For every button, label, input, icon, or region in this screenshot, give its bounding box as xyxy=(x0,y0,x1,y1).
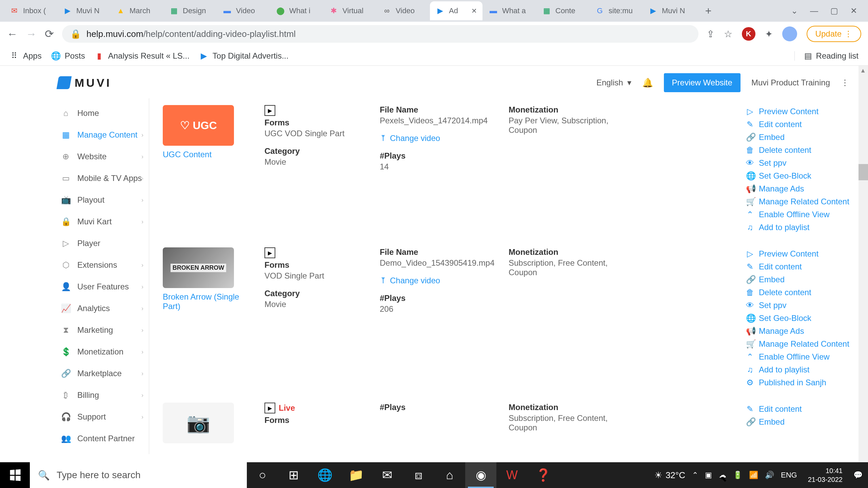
tray-volume-icon[interactable]: 🔊 xyxy=(765,471,774,480)
sidebar-item[interactable]: ⌂Home xyxy=(54,102,149,124)
action-link[interactable]: ▷Preview Content xyxy=(746,247,854,260)
bookmark-item[interactable]: ⠿Apps xyxy=(9,51,42,61)
browser-tab[interactable]: ∞Video xyxy=(377,1,429,20)
notifications-icon[interactable]: 🔔 xyxy=(642,78,653,88)
browser-tab[interactable]: ▶Muvi N xyxy=(643,1,695,20)
reload-button[interactable]: ⟳ xyxy=(45,27,54,40)
sidebar-item[interactable]: ▷Player xyxy=(54,232,149,254)
change-video-link[interactable]: ⤒Change video xyxy=(380,276,488,285)
wps-icon[interactable]: W xyxy=(496,462,528,488)
action-link[interactable]: 🛒Manage Related Content xyxy=(746,338,854,350)
browser-tab[interactable]: ▬What a xyxy=(483,1,536,20)
sidebar-item[interactable]: ▦Manage Content› xyxy=(54,124,149,146)
update-button[interactable]: Update ⋮ xyxy=(807,26,861,42)
sidebar-item[interactable]: ⊕Website› xyxy=(54,146,149,167)
sidebar-item[interactable]: 💲Monetization› xyxy=(54,341,149,363)
action-link[interactable]: 👁Set ppv xyxy=(746,299,854,312)
product-training-link[interactable]: Muvi Product Training xyxy=(751,78,830,87)
content-title-link[interactable]: Broken Arrow (Single Part) xyxy=(163,292,239,311)
browser-tab[interactable]: ▶Ad✕ xyxy=(430,1,482,20)
action-link[interactable]: 🔗Embed xyxy=(746,131,854,144)
extensions-icon[interactable]: ✦ xyxy=(765,28,773,40)
action-link[interactable]: ⚙Published in Sanjh xyxy=(746,376,854,389)
new-tab-button[interactable]: + xyxy=(700,3,716,19)
tray-battery-icon[interactable]: 🔋 xyxy=(733,471,742,480)
muvi-logo[interactable]: MUVI xyxy=(58,76,112,89)
action-link[interactable]: ⌃Enable Offline View xyxy=(746,208,854,221)
content-thumbnail[interactable]: BROKEN ARROW xyxy=(163,247,234,288)
action-link[interactable]: 🔗Embed xyxy=(746,273,854,286)
help-icon[interactable]: ❓ xyxy=(528,462,559,488)
file-explorer-icon[interactable]: 📁 xyxy=(340,462,372,488)
sidebar-item[interactable]: 👤User Features› xyxy=(54,276,149,298)
browser-tab[interactable]: ▲March xyxy=(111,1,163,20)
taskbar-clock[interactable]: 10:41 21-03-2022 xyxy=(804,466,847,484)
scroll-up-arrow-icon[interactable]: ▲ xyxy=(860,67,866,74)
sidebar-item[interactable]: 🔒Muvi Kart› xyxy=(54,211,149,232)
forward-button[interactable]: → xyxy=(26,28,37,40)
content-thumbnail[interactable]: 📷 xyxy=(163,403,234,443)
action-link[interactable]: 📢Manage Ads xyxy=(746,325,854,338)
mail-icon[interactable]: ✉ xyxy=(372,462,403,488)
cortana-icon[interactable]: ○ xyxy=(247,462,278,488)
action-link[interactable]: ✎Edit content xyxy=(746,118,854,131)
task-view-icon[interactable]: ⊞ xyxy=(278,462,309,488)
dropbox-icon[interactable]: ⧈ xyxy=(403,462,434,488)
address-bar[interactable]: 🔒 help.muvi.com/help/content/adding-vide… xyxy=(62,25,698,43)
reading-list-button[interactable]: ▤ Reading list xyxy=(794,51,859,61)
action-link[interactable]: 🌐Set Geo-Block xyxy=(746,312,854,325)
preview-website-button[interactable]: Preview Website xyxy=(664,73,741,92)
browser-tab[interactable]: Gsite:mu xyxy=(590,1,642,20)
browser-tab[interactable]: ▦Conte xyxy=(536,1,589,20)
bookmark-star-icon[interactable]: ☆ xyxy=(724,28,732,40)
action-link[interactable]: 🗑Delete content xyxy=(746,144,854,157)
browser-tab[interactable]: ✉Inbox ( xyxy=(4,1,57,20)
sidebar-item[interactable]: 🎧Support› xyxy=(54,406,149,428)
browser-tab[interactable]: ⬤What i xyxy=(270,1,323,20)
change-video-link[interactable]: ⤒Change video xyxy=(380,134,488,143)
action-link[interactable]: ♫Add to playlist xyxy=(746,221,854,234)
language-selector[interactable]: English ▾ xyxy=(596,78,631,87)
edge-icon[interactable]: 🌐 xyxy=(309,462,340,488)
back-button[interactable]: ← xyxy=(7,28,18,40)
sidebar-item[interactable]: 🔗Marketplace› xyxy=(54,363,149,384)
tray-chevron-icon[interactable]: ⌃ xyxy=(692,471,698,480)
action-center-icon[interactable]: 💬 xyxy=(853,471,863,480)
sidebar-item[interactable]: 📈Analytics› xyxy=(54,298,149,319)
tray-onedrive-icon[interactable]: ☁ xyxy=(719,471,726,480)
browser-tab[interactable]: ▦Design xyxy=(164,1,216,20)
browser-tab[interactable]: ✱Virtual xyxy=(323,1,376,20)
action-link[interactable]: 🔗Embed xyxy=(746,415,854,428)
start-button[interactable] xyxy=(0,462,30,488)
minimize-button[interactable]: — xyxy=(810,6,818,16)
sidebar-item[interactable]: ⧗Marketing› xyxy=(54,319,149,341)
tray-wifi-icon[interactable]: 📶 xyxy=(749,471,758,480)
notion-icon[interactable]: ⌂ xyxy=(434,462,465,488)
tray-language[interactable]: ENG xyxy=(781,471,797,480)
sidebar-item[interactable]: ⬡Extensions› xyxy=(54,254,149,276)
browser-tab[interactable]: ▶Muvi N xyxy=(57,1,110,20)
action-link[interactable]: 📢Manage Ads xyxy=(746,182,854,195)
tab-search-icon[interactable]: ⌄ xyxy=(791,6,798,16)
sidebar-item[interactable]: 👥Content Partner xyxy=(54,428,149,449)
browser-tab[interactable]: ▬Video xyxy=(217,1,270,20)
taskbar-search[interactable]: 🔍 Type here to search xyxy=(30,462,247,488)
tray-meet-icon[interactable]: ▣ xyxy=(705,471,712,480)
share-icon[interactable]: ⇪ xyxy=(707,28,714,40)
chrome-icon[interactable]: ◉ xyxy=(465,462,496,488)
content-title-link[interactable]: UGC Content xyxy=(163,150,212,159)
profile-avatar[interactable] xyxy=(782,26,797,41)
action-link[interactable]: ▷Preview Content xyxy=(746,105,854,118)
action-link[interactable]: 🗑Delete content xyxy=(746,286,854,299)
sidebar-item[interactable]: 📺Playout› xyxy=(54,189,149,211)
close-window-button[interactable]: ✕ xyxy=(850,6,857,16)
action-link[interactable]: ✎Edit content xyxy=(746,403,854,415)
sidebar-item[interactable]: ₿Billing› xyxy=(54,384,149,406)
weather-widget[interactable]: ☀ 32°C xyxy=(654,470,685,481)
action-link[interactable]: ✎Edit content xyxy=(746,260,854,273)
more-menu-icon[interactable]: ⋮ xyxy=(841,78,849,87)
maximize-button[interactable]: ▢ xyxy=(830,6,838,16)
bookmark-item[interactable]: ▶Top Digital Advertis... xyxy=(199,51,289,61)
extension-k-icon[interactable]: K xyxy=(742,27,755,41)
bookmark-item[interactable]: ▮Analysis Result « LS... xyxy=(95,51,190,61)
